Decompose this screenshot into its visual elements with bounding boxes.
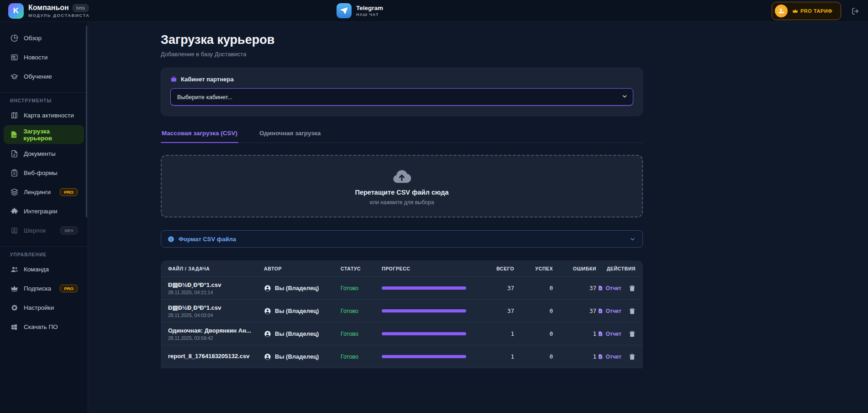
status-badge: Готово: [341, 308, 382, 314]
partner-cabinet-card: Кабинет партнера Выберите кабинет...: [161, 68, 643, 116]
success-count: 0: [514, 307, 553, 314]
sidebar-item-training[interactable]: Обучение: [4, 67, 84, 86]
uploads-table: ФАЙЛ / ЗАДАЧА АВТОР СТАТУС ПРОГРЕСС ВСЕГ…: [161, 260, 643, 368]
layers-icon: [10, 188, 18, 196]
trash-icon[interactable]: [629, 307, 636, 315]
tariff-label: PRO ТАРИФ: [800, 8, 832, 14]
sidebar-item-label: Интеграции: [24, 208, 57, 215]
svg-text:CSV: CSV: [12, 135, 16, 137]
report-button[interactable]: Отчет: [598, 285, 621, 292]
sidebar-item-label: Обзор: [24, 35, 42, 42]
progress-bar: [382, 332, 466, 335]
table-header-row: ФАЙЛ / ЗАДАЧА АВТОР СТАТУС ПРОГРЕСС ВСЕГ…: [161, 260, 643, 277]
report-label: Отчет: [605, 285, 621, 291]
csv-dropzone[interactable]: Перетащите CSV файл сюда или нажмите для…: [161, 155, 643, 217]
sidebar: Обзор Новости Обучение ИНСТРУМЕНТЫ Карта…: [0, 22, 88, 413]
sidebar-item-label: Обучение: [24, 73, 52, 80]
file-date: 28.11.2025, 04:03:04: [168, 312, 264, 318]
report-file-icon: [598, 331, 603, 337]
col-errors: ОШИБКИ: [553, 266, 596, 271]
author-name: Вы (Владелец): [275, 330, 319, 337]
puzzle-icon: [10, 207, 18, 215]
telegram-link[interactable]: Telegram НАШ ЧАТ: [337, 3, 383, 18]
page-subtitle: Добавление в базу Достависта: [161, 51, 643, 58]
app-name: Компаньон: [28, 4, 69, 12]
total-count: 37: [482, 307, 514, 314]
col-success: УСПЕХ: [514, 266, 553, 271]
col-progress: ПРОГРЕСС: [382, 266, 482, 271]
col-author: АВТОР: [264, 266, 341, 271]
user-avatar-icon: [264, 285, 271, 292]
sidebar-item-label: Документы: [24, 150, 56, 157]
trash-icon[interactable]: [629, 330, 636, 338]
logout-icon[interactable]: [851, 7, 860, 16]
crown-icon: [792, 8, 798, 14]
total-count: 1: [482, 330, 514, 337]
sidebar-item-documents[interactable]: Документы: [4, 144, 84, 163]
total-count: 37: [482, 285, 514, 291]
sidebar-section-management: УПРАВЛЕНИЕ: [0, 246, 88, 257]
progress-bar: [382, 286, 466, 290]
status-badge: Готово: [341, 354, 382, 360]
tariff-button[interactable]: PRO ТАРИФ: [772, 2, 841, 20]
report-button[interactable]: Отчет: [598, 307, 621, 315]
tab-mass-upload[interactable]: Массовая загрузка (CSV): [161, 125, 238, 143]
table-row: report_8_1764183205132.csv Вы (Владелец)…: [161, 345, 643, 368]
logo-letter: K: [13, 6, 19, 16]
sidebar-item-settings[interactable]: Настройки: [4, 298, 84, 317]
sidebar-item-sherlock[interactable]: Шерлок DEV: [4, 221, 84, 240]
tab-single-upload[interactable]: Одиночная загрузка: [258, 125, 321, 143]
report-button[interactable]: Отчет: [598, 330, 621, 338]
app-logo: K: [8, 3, 24, 19]
sidebar-item-label: Карта активности: [24, 112, 74, 119]
author-name: Вы (Владелец): [275, 307, 319, 314]
telegram-subtitle: НАШ ЧАТ: [356, 12, 383, 17]
briefcase-icon: [170, 76, 177, 83]
team-icon: [10, 265, 18, 273]
file-date: 28.11.2025, 04:21:14: [168, 290, 264, 295]
main-content: Загрузка курьеров Добавление в базу Дост…: [88, 22, 868, 413]
sidebar-item-label: Скачать ПО: [24, 323, 58, 330]
page-title: Загрузка курьеров: [161, 33, 643, 47]
sidebar-item-label: Новости: [24, 54, 47, 61]
trash-icon[interactable]: [629, 353, 636, 360]
file-name: Ð▤Ð½Ð¸Ð³Ð°1.csv: [168, 304, 264, 311]
sidebar-item-integrations[interactable]: Интеграции: [4, 202, 84, 221]
cabinet-label: Кабинет партнера: [181, 76, 234, 83]
app-subtitle: МОДУЛЬ ДОСТАВИСТА: [28, 13, 89, 18]
sidebar-item-team[interactable]: Команда: [4, 260, 84, 279]
sidebar-item-news[interactable]: Новости: [4, 48, 84, 67]
graduation-cap-icon: [10, 73, 18, 80]
sidebar-item-courier-upload[interactable]: CSV Загрузка курьеров: [4, 125, 84, 144]
sidebar-item-overview[interactable]: Обзор: [4, 29, 84, 48]
sidebar-item-label: Команда: [24, 266, 49, 273]
cabinet-select[interactable]: Выберите кабинет...: [170, 88, 633, 106]
report-label: Отчет: [605, 331, 621, 337]
sidebar-item-landings[interactable]: Лендинги PRO: [4, 183, 84, 201]
success-count: 0: [514, 285, 553, 291]
report-button[interactable]: Отчет: [598, 353, 621, 360]
errors-count: 1: [553, 353, 596, 360]
windows-icon: [10, 323, 18, 331]
csv-format-accordion[interactable]: Формат CSV файла: [161, 230, 643, 248]
sidebar-item-activity-map[interactable]: Карта активности: [4, 106, 84, 125]
sidebar-item-subscription[interactable]: Подписка PRO: [4, 279, 84, 298]
telegram-title: Telegram: [356, 5, 383, 11]
pro-badge: PRO: [60, 188, 78, 196]
errors-count: 1: [553, 330, 596, 337]
newspaper-icon: [10, 53, 18, 61]
table-row: Ð▤Ð½Ð¸Ð³Ð°1.csv 28.11.2025, 04:21:14 Вы …: [161, 277, 643, 300]
sidebar-item-download-software[interactable]: Скачать ПО: [4, 318, 84, 336]
dev-badge: DEV: [60, 227, 78, 234]
top-header: K Компаньон beta МОДУЛЬ ДОСТАВИСТА Teleg…: [0, 0, 868, 22]
trash-icon[interactable]: [629, 285, 636, 292]
dropzone-title: Перетащите CSV файл сюда: [355, 189, 449, 196]
sidebar-item-webforms[interactable]: Веб-формы: [4, 164, 84, 182]
progress-bar: [382, 355, 466, 358]
col-status: СТАТУС: [341, 266, 382, 271]
success-count: 0: [514, 330, 553, 337]
upload-cloud-icon: [391, 167, 412, 185]
sidebar-scrollbar[interactable]: [86, 26, 87, 217]
report-label: Отчет: [605, 354, 621, 360]
beta-badge: beta: [73, 4, 89, 12]
